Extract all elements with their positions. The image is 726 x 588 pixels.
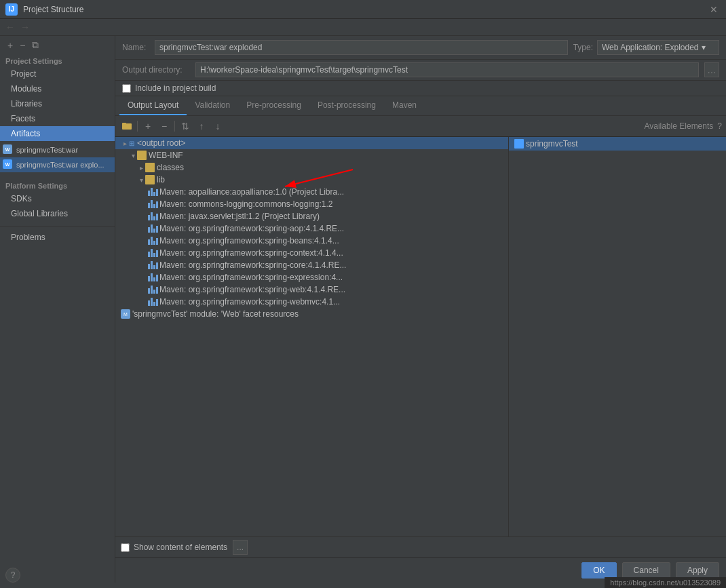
show-content-wrapper: Show content of elements (121, 543, 227, 552)
tree-item-maven-5[interactable]: Maven: org.springframework:spring-contex… (115, 247, 508, 259)
down-icon: ↓ (216, 121, 221, 132)
output-dir-label: Output directory: (122, 65, 190, 75)
app-logo: IJ (5, 3, 18, 16)
folder-toolbar-btn[interactable] (119, 119, 134, 134)
artifact-item-war[interactable]: W springmvcTest:war (0, 142, 115, 157)
module-icon: M (121, 309, 130, 319)
tree-item-webinf[interactable]: ▾ WEB-INF (115, 149, 508, 161)
available-item-springmvctest[interactable]: springmvcTest (509, 137, 726, 151)
tab-maven[interactable]: Maven (384, 96, 425, 115)
maven-item-label-9: Maven: org.springframework:spring-webmvc… (159, 297, 340, 307)
name-label: Name: (122, 43, 149, 52)
up-icon: ↑ (199, 121, 204, 132)
tab-validation[interactable]: Validation (187, 96, 238, 115)
classes-folder-icon (145, 163, 155, 172)
tab-pre-processing[interactable]: Pre-processing (238, 96, 309, 115)
output-dir-input[interactable] (195, 62, 699, 77)
tab-post-processing[interactable]: Post-processing (309, 96, 384, 115)
tree-item-maven-3[interactable]: Maven: org.springframework:spring-aop:4.… (115, 222, 508, 235)
add-toolbar-btn[interactable]: + (140, 119, 155, 134)
reorder-toolbar-btn[interactable]: ⇅ (178, 119, 193, 134)
sidebar-add-btn[interactable]: + (5, 39, 15, 52)
maven-item-label-4: Maven: org.springframework:spring-beans:… (159, 236, 339, 246)
maven-icon-3 (148, 224, 157, 233)
close-button[interactable]: ✕ (707, 4, 721, 15)
maven-icon-4 (148, 236, 157, 246)
sidebar-item-facets[interactable]: Facets (0, 111, 115, 126)
sidebar-item-project[interactable]: Project (0, 66, 115, 81)
tree-item-maven-6[interactable]: Maven: org.springframework:spring-core:4… (115, 259, 508, 271)
browse-button[interactable]: … (704, 62, 719, 77)
sidebar-copy-btn[interactable]: ⧉ (30, 39, 41, 52)
war-icon: W (3, 144, 14, 155)
type-select[interactable]: Web Application: Exploded ▾ (597, 40, 719, 55)
content-split: ▸ ⊞ <output root> ▾ WEB-INF ▸ classes (115, 137, 726, 536)
classes-label: classes (157, 163, 184, 172)
lib-label: lib (157, 175, 165, 184)
platform-settings-label: Platform Settings (0, 179, 115, 191)
tree-item-classes[interactable]: ▸ classes (115, 161, 508, 174)
show-content-checkbox[interactable] (121, 543, 130, 552)
tree-item-maven-8[interactable]: Maven: org.springframework:spring-web:4.… (115, 283, 508, 296)
maven-item-label-2: Maven: javax.servlet:jstl:1.2 (Project L… (159, 212, 320, 221)
svg-rect-1 (122, 123, 126, 125)
output-root-label: <output root> (137, 138, 185, 148)
tree-item-maven-9[interactable]: Maven: org.springframework:spring-webmvc… (115, 296, 508, 308)
available-item-label: springmvcTest (526, 139, 578, 149)
right-panel: Name: Type: Web Application: Exploded ▾ … (115, 36, 726, 583)
ellipsis-button[interactable]: ... (233, 540, 248, 555)
up-toolbar-btn[interactable]: ↑ (194, 119, 209, 134)
available-folder-icon (514, 139, 524, 149)
sidebar-remove-btn[interactable]: − (18, 39, 27, 52)
question-button[interactable]: ? (5, 568, 20, 583)
war-exploded-icon: W (3, 159, 14, 170)
tab-output-layout[interactable]: Output Layout (119, 96, 187, 115)
sidebar: + − ⧉ Project Settings Project Modules L… (0, 36, 115, 583)
include-project-build-checkbox[interactable] (122, 84, 131, 93)
output-dir-row: Output directory: … (115, 60, 726, 81)
tree-item-facet-resources[interactable]: M 'springmvcTest' module: 'Web' facet re… (115, 308, 508, 320)
help-icon[interactable]: ? (717, 121, 722, 131)
forward-arrow[interactable]: → (20, 22, 30, 33)
remove-toolbar-btn[interactable]: − (157, 119, 172, 134)
back-arrow[interactable]: ← (5, 22, 15, 33)
updown-icon: ⇅ (181, 121, 189, 132)
apply-button[interactable]: Apply (676, 562, 719, 579)
sidebar-item-sdks[interactable]: SDKs (0, 191, 115, 206)
tree-item-maven-2[interactable]: Maven: javax.servlet:jstl:1.2 (Project L… (115, 210, 508, 222)
main-layout: + − ⧉ Project Settings Project Modules L… (0, 36, 726, 583)
url-bar: https://blog.csdn.net/u013523089 (605, 577, 726, 588)
tree-item-maven-0[interactable]: Maven: aopalliance:aopalliance:1.0 (Proj… (115, 186, 508, 198)
sidebar-item-problems[interactable]: Problems (0, 230, 115, 245)
ok-button[interactable]: OK (581, 562, 616, 579)
name-input[interactable] (155, 40, 568, 55)
tree-item-maven-4[interactable]: Maven: org.springframework:spring-beans:… (115, 235, 508, 247)
bottom-bar: Show content of elements ... (115, 536, 726, 557)
tree-item-lib[interactable]: ▾ lib (115, 174, 508, 186)
show-content-label: Show content of elements (134, 543, 227, 552)
sidebar-item-modules[interactable]: Modules (0, 81, 115, 96)
webinf-label: WEB-INF (149, 151, 183, 160)
tree-item-maven-7[interactable]: Maven: org.springframework:spring-expres… (115, 271, 508, 283)
maven-item-label-6: Maven: org.springframework:spring-core:4… (159, 260, 346, 270)
sidebar-item-libraries[interactable]: Libraries (0, 96, 115, 111)
tree-item-maven-1[interactable]: Maven: commons-logging:commons-logging:1… (115, 198, 508, 210)
maven-icon-0 (148, 187, 157, 197)
sidebar-item-artifacts[interactable]: Artifacts (0, 126, 115, 141)
toolbar-sep-2 (174, 121, 175, 132)
down-toolbar-btn[interactable]: ↓ (210, 119, 225, 134)
tree-arrow-root: ▸ (121, 139, 129, 147)
maven-item-label-3: Maven: org.springframework:spring-aop:4.… (159, 224, 344, 233)
tree-arrow-webinf: ▾ (129, 151, 137, 159)
maven-icon-8 (148, 285, 157, 294)
maven-item-label-5: Maven: org.springframework:spring-contex… (159, 248, 343, 258)
artifact-item-war-exploded[interactable]: W springmvcTest:war explo... (0, 157, 115, 172)
cancel-button[interactable]: Cancel (622, 562, 670, 579)
maven-icon-7 (148, 273, 157, 282)
maven-item-label-1: Maven: commons-logging:commons-logging:1… (159, 199, 332, 209)
tree-panel: ▸ ⊞ <output root> ▾ WEB-INF ▸ classes (115, 137, 509, 536)
sidebar-item-global-libraries[interactable]: Global Libraries (0, 206, 115, 221)
type-wrapper: Type: Web Application: Exploded ▾ (573, 40, 719, 55)
type-label: Type: (573, 43, 593, 52)
tree-item-output-root[interactable]: ▸ ⊞ <output root> (115, 137, 508, 149)
